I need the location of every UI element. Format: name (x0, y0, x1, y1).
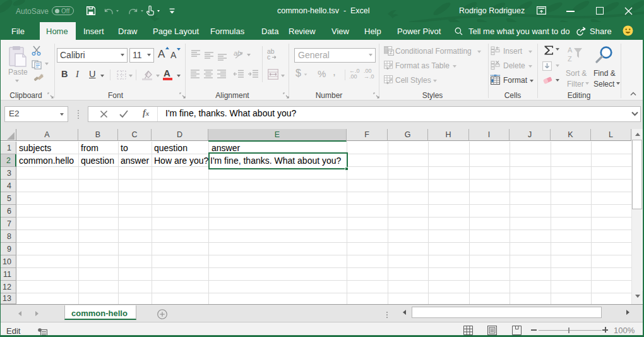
svg-text:A: A (568, 46, 573, 54)
svg-text:c: c (267, 53, 270, 60)
svg-text:Z: Z (568, 55, 572, 61)
